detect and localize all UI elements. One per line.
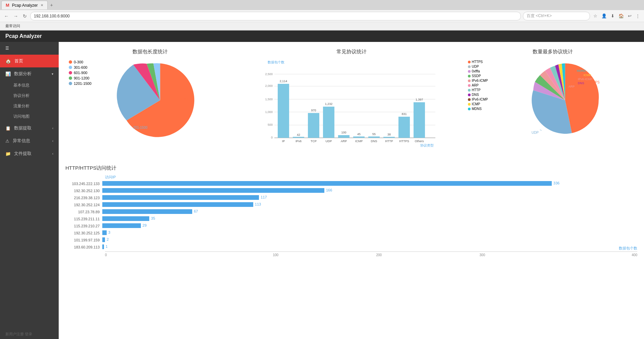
sidebar-item-access-map[interactable]: 访问地图 bbox=[0, 111, 59, 122]
http-bar-ip-label: 216.239.38.123 bbox=[65, 196, 102, 200]
svg-text:ARP: ARP bbox=[340, 139, 347, 143]
bookmark-item[interactable]: 最常访问 bbox=[3, 23, 23, 29]
http-bar-ip-label: 183.60.209.113 bbox=[65, 245, 102, 249]
svg-text:DNS: DNS bbox=[578, 81, 584, 85]
http-bar-track: 166 bbox=[102, 188, 637, 193]
user-icon[interactable]: 👤 bbox=[600, 13, 608, 19]
http-bar-fill bbox=[102, 181, 552, 186]
url-text: 192.168.100.6:8000 bbox=[34, 14, 517, 18]
bar-ARP bbox=[338, 135, 350, 138]
http-bar-row: 115.239.211.1135 bbox=[65, 216, 637, 222]
top-protocol-chart: 数量最多协议统计 HTTPS UDP 0xfffa SSDP IPv6-ICMP… bbox=[468, 49, 637, 155]
url-box[interactable]: 192.168.100.6:8000 bbox=[30, 12, 521, 20]
sidebar-item-traffic-analysis[interactable]: 流量分析 bbox=[0, 101, 59, 111]
sidebar-item-home[interactable]: 🏠 首页 bbox=[0, 55, 59, 67]
svg-line-37 bbox=[540, 130, 542, 130]
svg-text:IPv6: IPv6 bbox=[295, 139, 301, 143]
anomaly-icon: ⚠ bbox=[5, 138, 9, 144]
http-bar-value: 113 bbox=[255, 202, 261, 206]
http-bar-fill bbox=[102, 195, 259, 200]
svg-text:IPv6-ICMP: IPv6-ICMP bbox=[578, 77, 593, 81]
http-bar-fill bbox=[102, 202, 253, 207]
data-analysis-label: 数据分析 bbox=[14, 71, 32, 77]
top-protocol-title: 数量最多协议统计 bbox=[468, 49, 637, 55]
http-bar-track: 1 bbox=[102, 244, 637, 250]
http-bar-ip-label: 101.199.97.159 bbox=[65, 238, 102, 242]
sidebar-footer: 新用户注册 登录 bbox=[0, 329, 59, 339]
sidebar-item-data-analysis[interactable]: 📊 数据分析 ▾ bbox=[0, 67, 59, 80]
http-bar-fill bbox=[102, 188, 324, 193]
address-bar: ← → ↻ 192.168.100.6:8000 百度 <Ctrl+K> ☆ 👤… bbox=[0, 10, 644, 22]
data-analysis-icon: 📊 bbox=[5, 71, 11, 76]
http-bar-row: 107.23.78.8967 bbox=[65, 209, 637, 215]
packet-length-legend: 0-300 301-600 601-900 901-1200 1201-1500 bbox=[69, 60, 92, 87]
file-extract-label: 文件提取 bbox=[14, 151, 32, 157]
home-icon: 🏠 bbox=[5, 58, 11, 64]
svg-text:38: 38 bbox=[387, 133, 390, 136]
sidebar-item-basic-info[interactable]: 基本信息 bbox=[0, 80, 59, 91]
sidebar-item-file-extract[interactable]: 📁 文件提取 ‹ bbox=[0, 147, 59, 160]
sidebar-item-anomaly[interactable]: ⚠ 异常信息 ‹ bbox=[0, 134, 59, 147]
file-extract-chevron: ‹ bbox=[52, 152, 53, 156]
sidebar-menu-icon[interactable]: ☰ bbox=[0, 42, 59, 55]
http-bar-value: 166 bbox=[326, 188, 332, 192]
tab-title: Pcap Analyzer bbox=[12, 3, 38, 8]
svg-text:HTTPS: HTTPS bbox=[589, 80, 600, 84]
star-icon[interactable]: ☆ bbox=[592, 13, 599, 19]
http-bar-row: 183.60.209.1131 bbox=[65, 244, 637, 250]
http-bar-track: 35 bbox=[102, 216, 637, 222]
bar-DNS bbox=[368, 136, 380, 138]
svg-text:IP: IP bbox=[282, 139, 285, 143]
svg-text:0: 0 bbox=[271, 136, 272, 139]
http-bar-row: 192.30.252.1253 bbox=[65, 230, 637, 236]
http-y-label: 访问IP bbox=[105, 175, 637, 180]
svg-text:HTTP: HTTP bbox=[385, 139, 393, 143]
http-bar-track: 67 bbox=[102, 209, 637, 215]
http-x-label: 数据包个数 bbox=[619, 246, 637, 251]
http-bar-fill bbox=[102, 244, 104, 249]
home-icon[interactable]: 🏠 bbox=[617, 13, 625, 19]
sidebar-item-protocol-analysis[interactable]: 协议分析 bbox=[0, 91, 59, 101]
http-bar-row: 216.239.38.123117 bbox=[65, 195, 637, 201]
sidebar-item-data-extract[interactable]: 📋 数据提取 ‹ bbox=[0, 122, 59, 134]
tab-bar: M Pcap Analyzer ✕ + bbox=[0, 0, 644, 10]
http-bar-track: 29 bbox=[102, 223, 637, 229]
bar-Others bbox=[414, 102, 425, 138]
pie-label-0300: 0-300 bbox=[180, 97, 190, 101]
active-tab[interactable]: M Pcap Analyzer ✕ bbox=[1, 1, 48, 9]
toolbar-icons: ☆ 👤 ⬇ 🏠 ↩ ⋮ bbox=[592, 13, 641, 19]
http-bar-ip-label: 192.30.252.130 bbox=[65, 189, 102, 193]
search-box[interactable]: 百度 <Ctrl+K> bbox=[523, 12, 590, 20]
http-bar-value: 1 bbox=[106, 244, 108, 248]
http-bar-value: 67 bbox=[194, 209, 198, 213]
svg-text:ICMP: ICMP bbox=[355, 139, 363, 143]
svg-text:UDP: UDP bbox=[532, 131, 539, 134]
back-button[interactable]: ← bbox=[3, 13, 10, 19]
tab-close-button[interactable]: ✕ bbox=[41, 3, 43, 7]
app-title: Pcap Analyzer bbox=[5, 33, 42, 39]
sidebar-footer-text[interactable]: 新用户注册 登录 bbox=[5, 332, 32, 336]
menu-icon[interactable]: ⋮ bbox=[634, 13, 641, 19]
http-bar-ip-label: 115.239.210.27 bbox=[65, 224, 102, 228]
top-protocol-legend: HTTPS UDP 0xfffa SSDP IPv6-ICMP ARP HTTP… bbox=[468, 57, 491, 144]
protocol-y-label: 数据包个数 bbox=[268, 60, 284, 64]
app-header: Pcap Analyzer bbox=[0, 31, 644, 42]
sidebar-item-home-label: 首页 bbox=[14, 58, 23, 64]
data-extract-chevron: ‹ bbox=[52, 126, 53, 130]
top-protocol-svg: HTTPS UDP MDNS ICMP IPv6-ICMP DNS ARP bbox=[493, 57, 637, 144]
http-bar-ip-label: 192.30.252.124 bbox=[65, 203, 102, 207]
data-extract-label: 数据提取 bbox=[14, 125, 32, 131]
http-bar-fill bbox=[102, 223, 141, 228]
bar-HTTPS bbox=[398, 117, 410, 138]
http-bar-value: 3 bbox=[108, 230, 110, 234]
download-icon[interactable]: ⬇ bbox=[609, 13, 616, 19]
forward-button[interactable]: → bbox=[12, 13, 19, 19]
new-tab-button[interactable]: + bbox=[48, 1, 56, 9]
refresh-button[interactable]: ↻ bbox=[21, 13, 28, 19]
http-bar-fill bbox=[102, 209, 192, 214]
packet-length-chart: 数据包长度统计 0-300 301-600 601-900 901-1200 1… bbox=[65, 49, 235, 155]
http-bar-row: 192.30.252.130166 bbox=[65, 188, 637, 193]
svg-text:1,397: 1,397 bbox=[415, 98, 423, 101]
history-icon[interactable]: ↩ bbox=[627, 13, 633, 19]
svg-text:DNS: DNS bbox=[371, 139, 377, 143]
